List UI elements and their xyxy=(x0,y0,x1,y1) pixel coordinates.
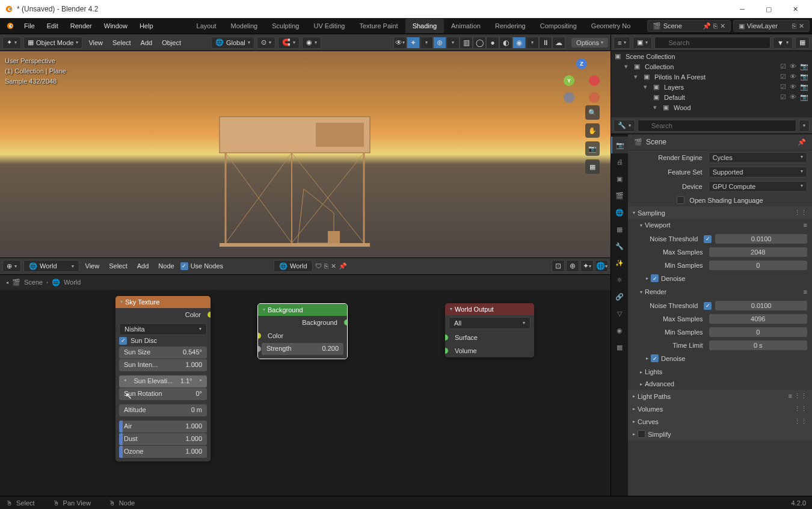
outliner-search[interactable] xyxy=(654,37,770,49)
ws-layout[interactable]: Layout xyxy=(189,19,224,33)
device-select[interactable]: GPU Compute▾ xyxy=(709,181,807,192)
unlink-icon[interactable]: ✕ xyxy=(331,262,336,270)
tab-texture[interactable]: ▩ xyxy=(611,339,628,356)
panel-r-denoise[interactable]: ▸✓Denoise xyxy=(628,352,812,365)
ne-type-select[interactable]: 🌐 World ▾ xyxy=(23,260,79,272)
vp-noise-toggle[interactable]: ✓ xyxy=(704,235,712,243)
editor-type-menu[interactable]: ✦▾ xyxy=(2,37,21,49)
outliner-new-collection[interactable]: ▦ xyxy=(795,37,810,49)
ne-menu-view[interactable]: View xyxy=(82,262,103,270)
tab-viewlayer[interactable]: ▣ xyxy=(611,170,628,187)
viewlayer-picker[interactable]: ▣ ViewLayer ⎘ ✕ xyxy=(733,20,810,32)
outliner-pilotis[interactable]: ▾▣Pilotis In A Forest☑👁📷 xyxy=(611,72,812,82)
ne-world-picker[interactable]: 🌐 World xyxy=(274,260,313,272)
r-noise-field[interactable]: 0.0100 xyxy=(715,301,807,310)
properties-content[interactable]: 🎬Scene📌 Render EngineCycles▾ Feature Set… xyxy=(628,134,812,496)
ne-editor-type[interactable]: ⊕▾ xyxy=(2,260,21,272)
props-search[interactable] xyxy=(638,120,796,132)
sun-elevation-field[interactable]: ◂Sun Elevati...1.1°▸ xyxy=(119,375,207,387)
ws-shading[interactable]: Shading xyxy=(405,19,444,33)
ne-menu-node[interactable]: Node xyxy=(155,262,177,270)
delete-viewlayer-icon[interactable]: ✕ xyxy=(799,22,804,30)
outliner-wood[interactable]: ▾▣Wood xyxy=(611,102,812,113)
zoom-icon[interactable]: 🔍 xyxy=(585,105,600,120)
outliner-collection[interactable]: ▾▣Collection☑👁📷 xyxy=(611,61,812,72)
nav-gizmo[interactable]: Z Y xyxy=(564,58,600,94)
visibility-toggle[interactable]: 👁▾ xyxy=(393,37,407,49)
menu-window[interactable]: Window xyxy=(98,20,134,32)
tab-data[interactable]: ▽ xyxy=(611,305,628,322)
overlay-menu[interactable]: ▾ xyxy=(446,37,460,49)
vp-maxsamples-field[interactable]: 2048 xyxy=(709,247,807,257)
sun-intensity-field[interactable]: Sun Inten...1.000 xyxy=(119,359,207,371)
fake-user-icon[interactable]: 🛡 xyxy=(315,262,322,270)
tab-render[interactable]: 📷 xyxy=(611,137,628,153)
socket-bg-out[interactable] xyxy=(344,319,348,325)
node-world-output[interactable]: ▾World Output All▾ Surface Volume xyxy=(445,303,534,357)
panel-lightpaths[interactable]: ▸Light Paths≡ ⋮⋮ xyxy=(628,390,812,403)
ws-rendering[interactable]: Rendering xyxy=(488,19,533,33)
r-maxsamples-field[interactable]: 4096 xyxy=(709,314,807,324)
shading-rendered[interactable]: ◉ xyxy=(512,37,526,49)
menu-edit[interactable]: Edit xyxy=(41,20,64,32)
r-minsamples-field[interactable]: 0 xyxy=(709,327,807,337)
panel-advanced[interactable]: ▸Advanced xyxy=(628,378,812,390)
outliner-layers[interactable]: ▾▣Layers☑👁📷 xyxy=(611,82,812,92)
tab-material[interactable]: ◉ xyxy=(611,322,628,339)
tab-particles[interactable]: ✨ xyxy=(611,255,628,271)
pivot-select[interactable]: ⊙▾ xyxy=(257,37,275,49)
proportional-toggle[interactable]: ◉▾ xyxy=(302,37,321,49)
vp-minsamples-field[interactable]: 0 xyxy=(709,261,807,270)
ws-uvediting[interactable]: UV Editing xyxy=(306,19,352,33)
camera-icon[interactable]: 📷 xyxy=(585,141,600,156)
outliner-display-mode[interactable]: ▣▾ xyxy=(633,37,652,49)
ws-sculpting[interactable]: Sculpting xyxy=(265,19,306,33)
mode-select[interactable]: ▦ Object Mode ▾ xyxy=(23,37,82,49)
pin-props-icon[interactable]: 📌 xyxy=(798,138,806,146)
panel-volumes[interactable]: ▸Volumes⋮⋮ xyxy=(628,403,812,415)
tab-world[interactable]: 🌐 xyxy=(611,204,628,221)
shading-wireframe[interactable]: ◯ xyxy=(473,37,486,49)
xray-toggle[interactable]: ▥ xyxy=(460,37,473,49)
gizmo-menu[interactable]: ▾ xyxy=(420,37,433,49)
socket-surface-in[interactable] xyxy=(445,335,448,341)
ws-animation[interactable]: Animation xyxy=(444,19,488,33)
panel-lights[interactable]: ▸Lights xyxy=(628,366,812,378)
node-canvas[interactable]: ▾Sky Texture Color Nishita▾ ✓Sun Disc Su… xyxy=(0,290,611,496)
vp-menu-object[interactable]: Object xyxy=(158,39,185,46)
ortho-icon[interactable]: ▦ xyxy=(585,159,600,174)
r-timelimit-field[interactable]: 0 s xyxy=(709,341,807,350)
strength-field[interactable]: Strength0.200 xyxy=(262,343,343,355)
ne-menu-add[interactable]: Add xyxy=(134,262,153,270)
app-menu-icon[interactable] xyxy=(6,22,14,30)
sun-rotation-field[interactable]: Sun Rotation0° xyxy=(119,388,207,400)
socket-color-in[interactable] xyxy=(257,333,261,339)
tab-modifiers[interactable]: 🔧 xyxy=(611,238,628,255)
feature-set-select[interactable]: Supported▾ xyxy=(709,167,807,177)
node-background[interactable]: ▾Background Background Color Strength0.2… xyxy=(257,303,348,359)
ne-overlay-menu[interactable]: ⊕ xyxy=(566,260,579,272)
outliner-type[interactable]: ≡▾ xyxy=(614,37,630,49)
scene-picker[interactable]: 🎬 Scene 📌 ⎘ ✕ xyxy=(647,20,731,32)
menu-render[interactable]: Render xyxy=(64,20,98,32)
r-noise-toggle[interactable]: ✓ xyxy=(704,302,712,310)
cloud-icon[interactable]: ☁ xyxy=(552,37,565,49)
tab-scene[interactable]: 🎬 xyxy=(611,187,628,204)
panel-sampling[interactable]: ▾Sampling⋮⋮ xyxy=(628,206,812,219)
tab-physics[interactable]: ⚛ xyxy=(611,271,628,288)
sky-model-select[interactable]: Nishita▾ xyxy=(119,323,207,335)
altitude-field[interactable]: Altitude0 m xyxy=(119,404,207,416)
3d-viewport[interactable]: User Perspective (1) Collection | Plane … xyxy=(0,51,611,258)
socket-volume-in[interactable] xyxy=(445,348,448,354)
breadcrumb-back-icon[interactable]: ◂ xyxy=(6,280,8,285)
vp-menu-view[interactable]: View xyxy=(85,39,106,46)
snap-toggle[interactable]: 🧲▾ xyxy=(278,37,300,49)
pin-node-icon[interactable]: 📌 xyxy=(339,262,347,270)
sun-size-field[interactable]: Sun Size0.545° xyxy=(119,347,207,359)
pan-icon[interactable]: ✋ xyxy=(585,123,600,138)
duplicate-scene-icon[interactable]: ⎘ xyxy=(713,22,718,29)
use-nodes-toggle[interactable]: ✓Use Nodes xyxy=(180,262,223,270)
minimize-button[interactable]: ─ xyxy=(730,1,754,17)
close-button[interactable]: ✕ xyxy=(783,1,807,17)
outliner-default[interactable]: ▣Default☑👁📷 xyxy=(611,92,812,102)
